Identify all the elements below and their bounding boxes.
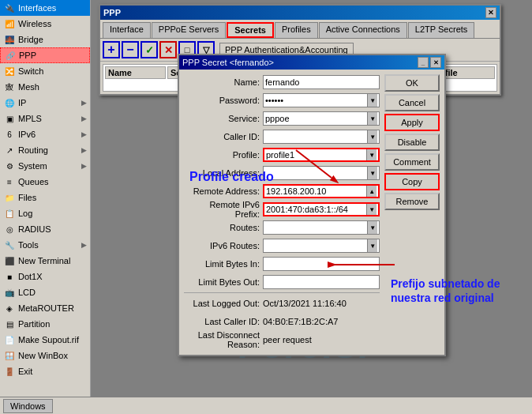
- comment-button[interactable]: Comment: [384, 153, 440, 171]
- limit-bytes-in-field[interactable]: [265, 258, 377, 270]
- remote-ipv6-prefix-label: Remote IPv6 Prefix:: [184, 200, 263, 219]
- tab-l2tp-secrets[interactable]: L2TP Secrets: [408, 22, 474, 38]
- tab-secrets[interactable]: Secrets: [227, 22, 274, 38]
- sidebar-item-system[interactable]: ⚙ System ▶: [0, 158, 90, 174]
- check-button[interactable]: ✓: [140, 41, 158, 58]
- x-button[interactable]: ✕: [159, 41, 177, 58]
- sidebar-item-ppp[interactable]: 🔗 PPP: [0, 47, 90, 63]
- remove-button[interactable]: −: [122, 41, 139, 58]
- sidebar-item-partition[interactable]: ▤ Partition: [0, 316, 90, 332]
- sidebar-item-files[interactable]: 📁 Files: [0, 190, 90, 205]
- sidebar-item-label: Bridge: [18, 35, 43, 44]
- dot1x-icon: ■: [3, 270, 16, 283]
- taskbar-windows[interactable]: Windows: [3, 399, 53, 413]
- limit-bytes-out-label: Limit Bytes Out:: [184, 277, 263, 287]
- cancel-button[interactable]: Cancel: [384, 94, 440, 111]
- service-arrow[interactable]: ▼: [367, 112, 377, 125]
- ppp-tabs: Interface PPPoE Servers Secrets Profiles…: [100, 20, 500, 39]
- sidebar-item-metarouter[interactable]: ◈ MetaROUTER: [0, 300, 90, 316]
- last-caller-id-value: 04:B0:E7:1B:2C:A7: [263, 317, 338, 326]
- sidebar-item-new-winbox[interactable]: 🪟 New WinBox: [0, 348, 90, 363]
- field-row-caller-id: Caller ID: ▼: [184, 129, 380, 145]
- sidebar-item-tools[interactable]: 🔧 Tools ▶: [0, 237, 90, 253]
- name-input[interactable]: [263, 75, 380, 89]
- sidebar-item-new-terminal[interactable]: ⬛ New Terminal: [0, 253, 90, 269]
- close-button[interactable]: ✕: [430, 57, 441, 68]
- tab-pppoe-servers[interactable]: PPPoE Servers: [152, 22, 226, 38]
- ipv6-routes-arrow[interactable]: ▼: [367, 239, 377, 252]
- queues-icon: ≡: [3, 175, 16, 188]
- sidebar-item-mesh[interactable]: 🕸 Mesh: [0, 79, 90, 95]
- sidebar-item-label: Log: [18, 209, 32, 218]
- local-address-input[interactable]: ▼: [263, 166, 380, 180]
- limit-bytes-in-input[interactable]: [263, 257, 380, 271]
- field-row-last-disconnect-reason: Last Disconnect Reason: peer request: [184, 332, 380, 348]
- caller-id-input[interactable]: ▼: [263, 130, 380, 144]
- tab-active-connections[interactable]: Active Connections: [319, 22, 407, 38]
- sidebar-item-interfaces[interactable]: 🔌 Interfaces: [0, 0, 90, 16]
- sidebar-item-lcd[interactable]: 📺 LCD: [0, 284, 90, 300]
- ipv6-routes-field[interactable]: [265, 239, 367, 252]
- remote-ipv6-prefix-arrow[interactable]: ▼: [366, 204, 377, 215]
- password-field[interactable]: [265, 94, 367, 107]
- caller-id-arrow[interactable]: ▼: [367, 130, 377, 143]
- routes-input[interactable]: ▼: [263, 220, 380, 235]
- exit-icon: 🚪: [3, 365, 16, 378]
- remote-ipv6-prefix-input[interactable]: ▼: [263, 202, 380, 216]
- service-field[interactable]: [265, 112, 367, 125]
- field-row-limit-bytes-in: Limit Bytes In:: [184, 256, 380, 272]
- limit-bytes-out-input[interactable]: [263, 275, 380, 289]
- ppp-title-bar: PPP ✕: [100, 6, 500, 20]
- profile-input[interactable]: ▼: [263, 148, 380, 162]
- sidebar-item-label: Files: [18, 193, 36, 202]
- disable-button[interactable]: Disable: [384, 134, 440, 151]
- sidebar-item-bridge[interactable]: 🌉 Bridge: [0, 32, 90, 47]
- sidebar-item-queues[interactable]: ≡ Queues: [0, 174, 90, 190]
- sidebar-item-ipv6[interactable]: 6 IPv6 ▶: [0, 126, 90, 142]
- service-input[interactable]: ▼: [263, 111, 380, 126]
- routes-field[interactable]: [265, 221, 367, 234]
- local-address-field[interactable]: [265, 167, 367, 179]
- add-button[interactable]: +: [103, 41, 120, 58]
- sidebar-item-label: Mesh: [18, 82, 39, 92]
- tab-interface[interactable]: Interface: [103, 22, 151, 38]
- local-address-arrow[interactable]: ▼: [367, 167, 377, 179]
- remote-address-arrow[interactable]: ▲: [366, 186, 377, 197]
- remote-address-input[interactable]: ▲: [263, 184, 380, 198]
- secret-dialog: PPP Secret <fernando> _ ✕ Name: Password…: [178, 54, 446, 356]
- sidebar-item-radius[interactable]: ◎ RADIUS: [0, 221, 90, 237]
- ok-button[interactable]: OK: [384, 74, 440, 92]
- remote-address-field[interactable]: [266, 186, 366, 197]
- tab-profiles[interactable]: Profiles: [275, 22, 318, 38]
- ipv6-routes-input[interactable]: ▼: [263, 239, 380, 253]
- minimize-button[interactable]: _: [418, 57, 429, 68]
- last-logged-out-label: Last Logged Out:: [184, 299, 263, 308]
- sidebar-item-ip[interactable]: 🌐 IP ▶: [0, 95, 90, 111]
- last-logged-out-value: Oct/13/2021 11:16:40: [263, 299, 347, 308]
- apply-button[interactable]: Apply: [384, 114, 440, 131]
- files-icon: 📁: [3, 191, 16, 204]
- limit-bytes-out-field[interactable]: [265, 276, 377, 288]
- sidebar-item-routing[interactable]: ↗ Routing ▶: [0, 142, 90, 158]
- sidebar-item-label: Routing: [18, 145, 48, 155]
- password-arrow[interactable]: ▼: [367, 94, 377, 107]
- sidebar-item-make-supout[interactable]: 📄 Make Supout.rif: [0, 332, 90, 348]
- remote-ipv6-prefix-field[interactable]: [266, 204, 366, 215]
- name-label: Name:: [184, 77, 263, 87]
- profile-field[interactable]: [266, 149, 366, 160]
- routes-arrow[interactable]: ▼: [367, 221, 377, 234]
- sidebar-item-exit[interactable]: 🚪 Exit: [0, 363, 90, 379]
- ppp-close-button[interactable]: ✕: [485, 7, 496, 18]
- sidebar-item-dot1x[interactable]: ■ Dot1X: [0, 269, 90, 284]
- sidebar-item-switch[interactable]: 🔀 Switch: [0, 63, 90, 79]
- sidebar-item-mpls[interactable]: ▣ MPLS ▶: [0, 111, 90, 126]
- profile-arrow[interactable]: ▼: [366, 149, 377, 160]
- secret-title-buttons: _ ✕: [418, 57, 441, 68]
- caller-id-field[interactable]: [265, 130, 367, 143]
- sidebar-item-log[interactable]: 📋 Log: [0, 205, 90, 221]
- name-field[interactable]: [265, 76, 377, 88]
- password-input[interactable]: ▼: [263, 93, 380, 107]
- sidebar-item-wireless[interactable]: 📶 Wireless: [0, 16, 90, 32]
- copy-button[interactable]: Copy: [384, 173, 440, 190]
- remove-button[interactable]: Remove: [384, 193, 440, 210]
